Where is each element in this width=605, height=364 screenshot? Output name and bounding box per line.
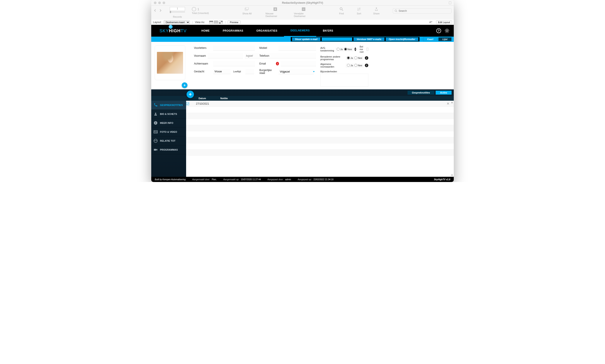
view-lijst-button[interactable]: Lijst — [438, 37, 451, 41]
telefoon-input[interactable] — [279, 53, 316, 58]
close-window-icon[interactable] — [154, 1, 156, 4]
avg-ja-radio[interactable]: Ja — [337, 48, 343, 51]
svg-point-16 — [156, 140, 157, 141]
avg-info-icon[interactable]: i — [355, 48, 356, 51]
sidebar-tab-bio[interactable]: BIO & SCHETS — [151, 110, 186, 118]
note-row[interactable]: 27/10/2021 ✕ — [186, 101, 454, 107]
bijzonder-textarea[interactable] — [320, 74, 368, 87]
open-form-button[interactable]: Open inschrijfformulier — [386, 38, 418, 41]
sort-button[interactable]: Sort — [353, 7, 364, 15]
svg-point-5 — [340, 8, 342, 10]
geslacht-input[interactable] — [213, 69, 231, 74]
next-record-button[interactable] — [159, 9, 162, 12]
prev-record-button[interactable] — [154, 9, 157, 12]
voornaam-input[interactable] — [208, 53, 243, 58]
svg-point-15 — [154, 140, 155, 141]
leeftijd-input[interactable] — [245, 69, 254, 74]
view-table-icon[interactable] — [219, 21, 223, 24]
send-bulk-email-button[interactable]: Verstuur 5607 e-mails — [353, 38, 384, 41]
add-photo-button[interactable]: + — [182, 82, 187, 88]
total-label: Total (Unsorted) — [192, 12, 209, 14]
nav-bners[interactable]: BN'ERS — [316, 25, 340, 37]
show-all-button[interactable]: Show All — [237, 7, 257, 17]
scroll-down-icon[interactable]: ▼ — [451, 174, 453, 176]
modified-on-label: Aangepast op: — [298, 178, 312, 181]
geslacht-label: Geslacht — [194, 70, 211, 73]
view-form-icon[interactable] — [209, 21, 213, 24]
delete-note-icon[interactable]: ✕ — [447, 102, 449, 106]
share-button[interactable]: Share — [371, 7, 382, 15]
layout-bar: Layout: Deelnemers kaart | View As: | Pr… — [151, 20, 454, 25]
preview-button[interactable]: Preview — [228, 21, 240, 24]
sidebar-tab-programmas[interactable]: PROGRAMMAS — [151, 145, 186, 154]
modified-by-label: Aangepast door: — [267, 178, 283, 181]
scroll-up-icon[interactable]: ▲ — [451, 101, 453, 104]
zoom-window-icon[interactable] — [163, 1, 165, 4]
mobiel-input[interactable] — [279, 45, 316, 51]
benaderen-ja-radio[interactable]: Ja — [347, 56, 353, 59]
edit-layout-button[interactable]: Edit Layout — [436, 21, 452, 24]
send-update-email-button[interactable]: Stuur update e-mail — [292, 38, 321, 41]
svg-rect-17 — [154, 149, 156, 151]
document-icon — [449, 1, 451, 4]
section-tab-gesprek[interactable]: Gespreknotities — [408, 91, 434, 95]
delete-record-button[interactable]: Verwijder Deelnemer — [294, 7, 313, 17]
text-size-icon[interactable]: Aa — [429, 21, 432, 24]
built-by: Built by Kempen Automatisering — [155, 178, 186, 181]
participant-photo — [157, 52, 183, 74]
search-input[interactable] — [399, 9, 450, 13]
nav-deelnemers[interactable]: DEELNEMERS — [284, 25, 316, 37]
sidebar-tab-meer[interactable]: i MEER INFO — [151, 118, 186, 128]
new-record-button[interactable]: Nieuwe Deelnemer — [265, 7, 285, 17]
view-kaart-button[interactable]: Kaart — [423, 37, 438, 41]
search-icon — [395, 10, 397, 12]
voorletters-label: Voorletters — [194, 46, 211, 50]
logo: SKYHIGHTV — [151, 25, 195, 37]
benaderen-info-icon[interactable]: i — [365, 56, 368, 60]
sidebar-tab-foto[interactable]: FOTO & VIDEO — [151, 128, 186, 136]
gear-icon[interactable] — [445, 28, 449, 33]
layout-label: Layout: — [153, 21, 162, 24]
section-tab-acties[interactable]: Acties — [436, 91, 451, 95]
modified-by: admin — [285, 178, 291, 181]
algemene-info-icon[interactable]: i — [365, 64, 368, 67]
nav-home[interactable]: HOME — [195, 25, 216, 37]
photo-frame[interactable] — [155, 45, 185, 80]
nav-programmas[interactable]: PROGRAMMAS — [216, 25, 250, 37]
algemene-ja-radio[interactable]: Ja — [347, 64, 353, 67]
achternaam-input[interactable] — [213, 61, 255, 66]
minimize-window-icon[interactable] — [158, 1, 161, 4]
col-datum: Datum — [196, 97, 218, 100]
svg-text:?: ? — [438, 29, 440, 32]
benaderen-nee-radio[interactable]: Nee — [354, 56, 362, 59]
avg-nee-radio[interactable]: Nee — [344, 48, 352, 51]
nav-organisaties[interactable]: ORGANISATIES — [250, 25, 284, 37]
record-number-input[interactable]: 1 — [170, 7, 185, 11]
layout-select[interactable]: Deelnemers kaart — [164, 20, 190, 24]
svg-point-9 — [446, 30, 448, 32]
view-list-icon[interactable] — [214, 21, 218, 24]
action-spacer — [322, 38, 352, 41]
toolbar-search[interactable] — [393, 8, 451, 13]
avg-label: AVG toestemming — [320, 47, 334, 52]
created-on: 15/07/2020 11:27:44 — [241, 178, 261, 181]
help-icon[interactable]: ? — [436, 28, 441, 33]
created-by: Pien. — [212, 178, 217, 181]
edit-note-icon[interactable] — [186, 102, 196, 105]
svg-point-10 — [155, 113, 156, 114]
algemene-nee-radio[interactable]: Nee — [354, 64, 362, 67]
email-input[interactable] — [281, 61, 316, 66]
email-warning-icon[interactable]: i — [276, 62, 279, 65]
sidebar-tab-relatie[interactable]: RELATIE TOT — [151, 136, 186, 145]
voorletters-input[interactable] — [213, 45, 255, 51]
traffic-lights — [151, 1, 165, 4]
modified-on: 22/02/2022 21:34:18 — [313, 178, 334, 181]
belme-checkbox[interactable] — [367, 48, 368, 51]
find-button[interactable]: Find — [336, 7, 347, 15]
view-as-label: View As: — [195, 21, 205, 24]
bijzonder-label: Bijzonderheden — [320, 70, 344, 73]
svg-point-6 — [395, 10, 397, 12]
sidebar-tab-gesprek[interactable]: GESPREKNOTITIES — [151, 101, 186, 110]
burgerlijke-select[interactable] — [279, 69, 314, 74]
version: SkyHighTV v1.8 — [434, 178, 450, 181]
